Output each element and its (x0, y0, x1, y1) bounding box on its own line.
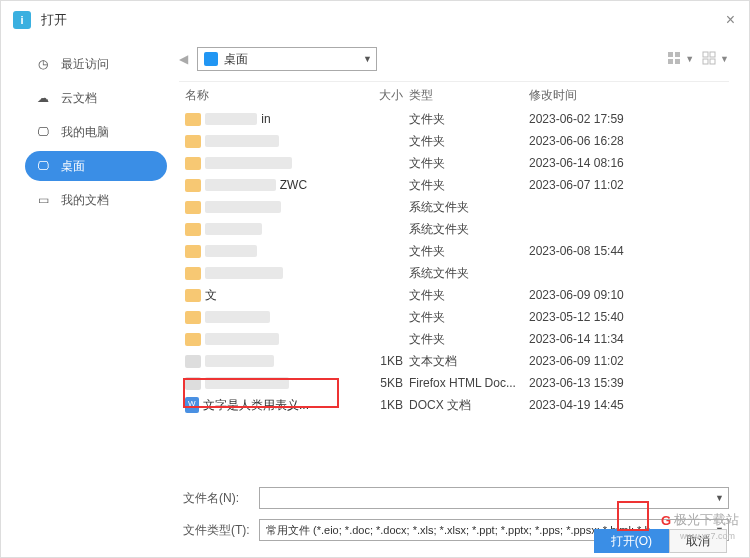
file-row[interactable]: 1KB文本文档2023-06-09 11:02 (179, 350, 729, 372)
folder-icon (185, 135, 201, 148)
folder-icon (185, 179, 201, 192)
filename-input[interactable]: ▼ (259, 487, 729, 509)
file-row[interactable]: 文件夹2023-06-14 08:16 (179, 152, 729, 174)
folder-icon (185, 311, 201, 324)
folder-icon (185, 157, 201, 170)
monitor-icon: 🖵 (35, 124, 51, 140)
desktop-icon (204, 52, 218, 66)
folder-icon (185, 267, 201, 280)
folder-icon (185, 289, 201, 302)
folder-icon (185, 201, 201, 214)
filetype-label: 文件类型(T): (183, 522, 259, 539)
file-row[interactable]: 文件夹2023-06-14 11:34 (179, 328, 729, 350)
file-row[interactable]: in文件夹2023-06-02 17:59 (179, 108, 729, 130)
col-size[interactable]: 大小 (365, 87, 409, 104)
file-row[interactable]: 文件夹2023-06-08 15:44 (179, 240, 729, 262)
file-list: 名称 大小 类型 修改时间 in文件夹2023-06-02 17:59文件夹20… (179, 81, 729, 477)
folder-icon (185, 113, 201, 126)
location-combo[interactable]: 桌面 ▼ (197, 47, 377, 71)
file-icon (185, 377, 201, 390)
file-row[interactable]: 文字是人类用表义...1KBDOCX 文档2023-04-19 14:45 (179, 394, 729, 416)
sidebar-item-2[interactable]: 🖵我的电脑 (25, 117, 167, 147)
dialog-title: 打开 (41, 11, 67, 29)
svg-rect-1 (675, 52, 680, 57)
sidebar-item-0[interactable]: ◷最近访问 (25, 49, 167, 79)
sidebar-item-3[interactable]: 🖵桌面 (25, 151, 167, 181)
back-arrow-icon[interactable]: ◀ (179, 52, 191, 66)
col-name[interactable]: 名称 (185, 87, 365, 104)
cloud-icon: ☁ (35, 90, 51, 106)
file-row[interactable]: 系统文件夹 (179, 196, 729, 218)
clock-icon: ◷ (35, 56, 51, 72)
file-row[interactable]: 文件夹2023-05-12 15:40 (179, 306, 729, 328)
watermark-url: www.xz7.com (680, 531, 735, 541)
file-row[interactable]: 5KBFirefox HTML Doc...2023-06-13 15:39 (179, 372, 729, 394)
file-row[interactable]: 系统文件夹 (179, 218, 729, 240)
open-button[interactable]: 打开(O) (594, 529, 669, 553)
file-icon (185, 355, 201, 368)
svg-rect-6 (703, 59, 708, 64)
folder-icon: ▭ (35, 192, 51, 208)
file-row[interactable]: 文文件夹2023-06-09 09:10 (179, 284, 729, 306)
file-row[interactable]: 文件夹2023-06-06 16:28 (179, 130, 729, 152)
col-modified[interactable]: 修改时间 (529, 87, 729, 104)
file-row[interactable]: ZWC文件夹2023-06-07 11:02 (179, 174, 729, 196)
svg-rect-5 (710, 52, 715, 57)
filename-label: 文件名(N): (183, 490, 259, 507)
location-text: 桌面 (224, 51, 248, 68)
app-icon: i (13, 11, 31, 29)
sidebar: ◷最近访问☁云文档🖵我的电脑🖵桌面▭我的文档 (1, 39, 179, 477)
path-bar: ◀ 桌面 ▼ ▼ ▼ (179, 45, 729, 73)
col-type[interactable]: 类型 (409, 87, 529, 104)
svg-rect-0 (668, 52, 673, 57)
sidebar-item-1[interactable]: ☁云文档 (25, 83, 167, 113)
folder-icon (185, 333, 201, 346)
file-row[interactable]: 系统文件夹 (179, 262, 729, 284)
svg-rect-3 (675, 59, 680, 64)
sidebar-item-4[interactable]: ▭我的文档 (25, 185, 167, 215)
folder-icon (185, 223, 201, 236)
titlebar: i 打开 × (1, 1, 749, 39)
svg-rect-7 (710, 59, 715, 64)
svg-rect-2 (668, 59, 673, 64)
monitor-icon: 🖵 (35, 158, 51, 174)
docx-icon (185, 397, 199, 413)
chevron-down-icon: ▼ (715, 493, 724, 503)
folder-icon (185, 245, 201, 258)
view-mode-toggle[interactable]: ▼ ▼ (667, 51, 729, 67)
svg-rect-4 (703, 52, 708, 57)
close-icon[interactable]: × (726, 11, 735, 29)
chevron-down-icon: ▼ (363, 54, 372, 64)
